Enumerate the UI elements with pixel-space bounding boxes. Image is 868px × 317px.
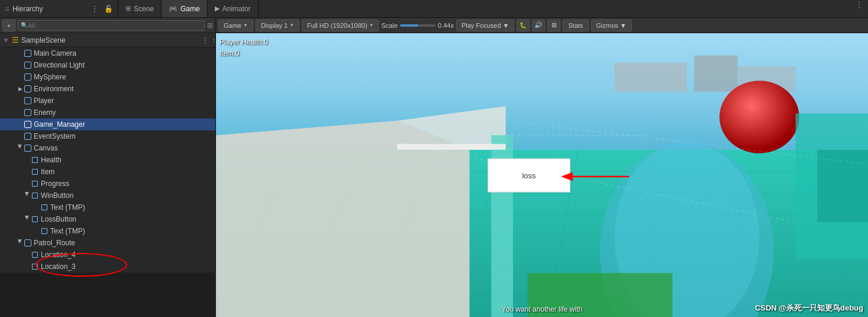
- tab-animator[interactable]: ▶ Animator: [208, 0, 259, 17]
- play-focused-label: Play Focused: [462, 22, 501, 29]
- cube-icon: [24, 73, 32, 81]
- hierarchy-title: Hierarchy: [12, 5, 43, 13]
- tree-item-enemy[interactable]: ▶ Enemy: [0, 107, 215, 119]
- tree-item-main-camera[interactable]: ▶ Main Camera: [0, 47, 215, 59]
- item-display: Item:0: [220, 48, 268, 59]
- game-mode-label: Game: [224, 22, 241, 29]
- game-dropdown-arrow: ▼: [243, 23, 248, 28]
- health-display: Player Health:0: [220, 37, 268, 48]
- tab-bar-menu[interactable]: ⋮: [850, 0, 868, 17]
- bottom-text: You want another life with: [502, 305, 582, 313]
- stats-label: Stats: [568, 22, 583, 29]
- cube-small-icon: [40, 227, 49, 235]
- tab-bar-spacer: [259, 0, 850, 17]
- search-icon: 🔍: [21, 22, 28, 28]
- top-tab-bar: ≡ Hierarchy ⋮ 🔓 ⊞ Scene 🎮 Game ▶ Animato…: [0, 0, 868, 18]
- animator-tab-icon: ▶: [215, 5, 220, 12]
- right-panel: Game ▼ Display 1 ▼ Full HD (1920x1080) ▼…: [216, 18, 868, 317]
- sample-scene-row[interactable]: ▼ ☰ SampleScene ⋮ ↑: [0, 33, 215, 47]
- tree-item-text-tmp-1[interactable]: ▶ Text (TMP): [0, 201, 215, 213]
- svg-rect-32: [397, 144, 506, 150]
- cube-small-icon: [31, 262, 39, 271]
- game-mode-button[interactable]: Game ▼: [218, 20, 253, 31]
- scene-scroll-icon[interactable]: ↑: [212, 36, 215, 44]
- tree-item-location-4[interactable]: ▶ Location_4: [0, 249, 215, 261]
- tree-item-health[interactable]: ▶ Health: [0, 154, 215, 166]
- scene-arrow-expanded: ▼: [2, 36, 9, 44]
- tree-item-text-tmp-2[interactable]: ▶ Text (TMP): [0, 225, 215, 237]
- game-manager-label: Game_Manager: [34, 120, 85, 129]
- tree-item-directional-light[interactable]: ▶ Directional Light: [0, 59, 215, 71]
- search-box[interactable]: 🔍: [18, 20, 205, 31]
- sample-scene-label: SampleScene: [21, 36, 66, 44]
- cube-icon: [24, 120, 32, 129]
- hierarchy-drag-icon: ≡: [5, 4, 9, 14]
- cube-small-icon: [31, 156, 39, 164]
- scale-text: Scale: [381, 22, 398, 29]
- tree-item-canvas[interactable]: ▶ Canvas: [0, 142, 215, 154]
- scroll-to-selection-icon[interactable]: ⊞: [207, 21, 213, 30]
- hierarchy-tree: ▶ Main Camera ▶ Directional Light ▶ MyS: [0, 47, 215, 273]
- tree-item-location-3[interactable]: ▶ Location_3: [0, 261, 215, 273]
- win-button-label: WinButton: [41, 191, 73, 200]
- tree-item-progress[interactable]: ▶ Progress: [0, 178, 215, 190]
- bug-icon: 🐛: [519, 22, 527, 28]
- stats-button[interactable]: Stats: [563, 20, 588, 31]
- cube-icon: [24, 85, 32, 93]
- scale-value: 0.44x: [438, 22, 454, 29]
- scene-menu-dots[interactable]: ⋮: [201, 36, 209, 45]
- display-button[interactable]: Display 1 ▼: [256, 20, 299, 31]
- arrow-expanded: ▶: [24, 192, 30, 199]
- tree-item-player[interactable]: ▶ Player: [0, 95, 215, 107]
- gizmos-label: Gizmos: [596, 22, 618, 29]
- search-input[interactable]: [28, 22, 202, 29]
- game-tab-label: Game: [180, 5, 200, 13]
- tree-item-my-sphere[interactable]: ▶ MySphere: [0, 71, 215, 83]
- player-label: Player: [34, 97, 54, 105]
- add-object-button[interactable]: +: [2, 20, 15, 31]
- cube-icon: [24, 132, 32, 140]
- cube-small-icon: [31, 191, 39, 200]
- text-tmp-1-label: Text (TMP): [50, 203, 85, 212]
- directional-light-label: Directional Light: [34, 61, 85, 69]
- animator-tab-label: Animator: [222, 5, 251, 13]
- hud-overlay: Player Health:0 Item:0: [220, 37, 268, 59]
- tree-item-loss-button[interactable]: ▶ LossButton: [0, 213, 215, 225]
- tab-scene[interactable]: ⊞ Scene: [118, 0, 162, 17]
- watermark: CSDN @杀死一只知更鸟debug: [755, 303, 863, 313]
- tree-item-environment[interactable]: ▶ Environment: [0, 83, 215, 95]
- tree-item-game-manager[interactable]: ▶ Game_Manager: [0, 119, 215, 130]
- svg-rect-1: [614, 63, 686, 92]
- view-toolbar: Game ▼ Display 1 ▼ Full HD (1920x1080) ▼…: [216, 18, 868, 33]
- scale-container: Scale 0.44x: [381, 22, 453, 29]
- tree-item-item[interactable]: ▶ Item: [0, 166, 215, 178]
- gizmos-button[interactable]: Gizmos ▼: [591, 20, 632, 31]
- mute-button[interactable]: 🐛: [517, 20, 530, 31]
- cube-small-icon: [31, 168, 39, 176]
- hierarchy-panel: + 🔍 ⊞ ▼ ☰ SampleScene ⋮ ↑: [0, 18, 216, 273]
- hierarchy-lock-icon[interactable]: 🔓: [104, 5, 113, 13]
- tree-item-win-button[interactable]: ▶ WinButton: [0, 190, 215, 201]
- tab-game[interactable]: 🎮 Game: [162, 0, 208, 17]
- hierarchy-toolbar: + 🔍 ⊞: [0, 18, 215, 33]
- plus-icon: +: [7, 22, 11, 29]
- cube-small-icon: [31, 215, 39, 223]
- scene-file-icon: ☰: [12, 36, 19, 44]
- loss-text: loss: [522, 171, 535, 180]
- environment-label: Environment: [34, 85, 73, 93]
- progress-label: Progress: [41, 180, 69, 188]
- arrow-expanded: ▶: [17, 239, 23, 246]
- hierarchy-menu-dots[interactable]: ⋮: [91, 4, 99, 14]
- display-label: Display 1: [261, 22, 288, 29]
- resolution-button[interactable]: Full HD (1920x1080) ▼: [302, 20, 379, 31]
- scale-slider[interactable]: [400, 24, 435, 27]
- layout-button[interactable]: ⊞: [547, 20, 560, 31]
- audio-button[interactable]: 🔊: [532, 20, 545, 31]
- tree-item-event-system[interactable]: ▶ EventSystem: [0, 130, 215, 142]
- game-viewport: Player Health:0 Item:0 loss: [216, 33, 868, 317]
- location-3-label: Location_3: [41, 262, 76, 271]
- play-focused-button[interactable]: Play Focused ▼: [456, 20, 515, 31]
- main-content-area: + 🔍 ⊞ ▼ ☰ SampleScene ⋮ ↑: [0, 18, 868, 317]
- tree-item-patrol-route[interactable]: ▶ Patrol_Route: [0, 237, 215, 249]
- hierarchy-panel-header: ≡ Hierarchy ⋮ 🔓: [0, 0, 118, 17]
